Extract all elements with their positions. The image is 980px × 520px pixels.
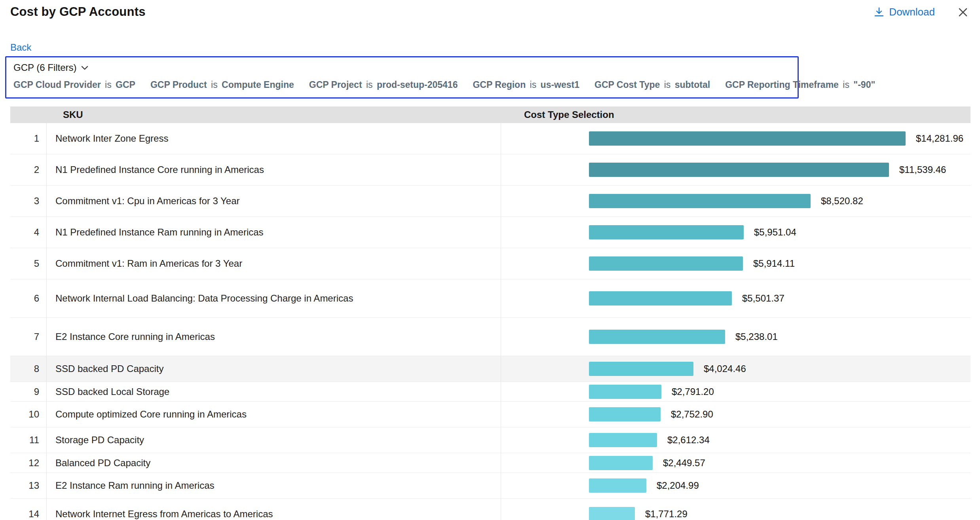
cost-table: SKU Cost Type Selection 1Network Inter Z… (10, 106, 971, 520)
cost-value: $2,752.90 (671, 409, 713, 420)
sku-cell: E2 Instance Ram running in Americas (47, 473, 501, 498)
sku-cell: Network Internet Egress from Americas to… (47, 499, 501, 520)
filter-value: us-west1 (541, 80, 579, 90)
cost-bar[interactable] (589, 131, 906, 146)
page-title: Cost by GCP Accounts (10, 5, 146, 19)
row-number: 9 (10, 382, 47, 401)
cost-bar[interactable] (589, 433, 657, 447)
row-number: 4 (10, 217, 47, 248)
table-row[interactable]: 2N1 Predefined Instance Core running in … (10, 154, 971, 186)
filter-operator: is (526, 80, 540, 90)
back-link[interactable]: Back (10, 42, 31, 53)
filter-field: GCP Cloud Provider (13, 80, 101, 90)
cost-bar-cell: $2,791.20 (501, 385, 971, 399)
cost-bar[interactable] (589, 362, 693, 376)
row-number: 8 (10, 356, 47, 381)
filter-field: GCP Reporting Timeframe (725, 80, 839, 90)
cost-bar-cell: $1,771.29 (501, 507, 971, 520)
sku-cell: SSD backed PD Capacity (47, 356, 501, 381)
cost-value: $5,501.37 (742, 293, 784, 304)
cost-bar[interactable] (589, 385, 661, 399)
row-number: 10 (10, 402, 47, 427)
cost-value: $11,539.46 (899, 164, 946, 175)
filter-chip: GCP Cost Type is subtotal (594, 80, 710, 90)
filter-value: prod-setup-205416 (377, 80, 458, 90)
row-number: 11 (10, 427, 47, 453)
row-number: 14 (10, 499, 47, 520)
sku-cell: Commitment v1: Ram in Americas for 3 Yea… (47, 248, 501, 279)
table-row[interactable]: 10Compute optimized Core running in Amer… (10, 402, 971, 427)
row-number: 7 (10, 318, 47, 356)
cost-value: $2,204.99 (657, 480, 699, 491)
cost-bar[interactable] (589, 330, 725, 344)
filter-dropdown[interactable]: GCP (6 Filters) (13, 62, 89, 73)
download-button[interactable]: Download (874, 6, 935, 18)
sku-cell: Network Inter Zone Egress (47, 123, 501, 154)
filter-operator: is (101, 80, 116, 90)
cost-bar[interactable] (589, 507, 635, 520)
download-icon (874, 7, 884, 17)
cost-value: $8,520.82 (821, 195, 863, 207)
cost-bar[interactable] (589, 194, 811, 208)
table-body: 1Network Inter Zone Egress$14,281.962N1 … (10, 123, 971, 520)
sku-cell: N1 Predefined Instance Ram running in Am… (47, 217, 501, 248)
cost-bar-cell: $2,204.99 (501, 478, 971, 493)
cost-value: $5,238.01 (735, 331, 778, 342)
filter-operator: is (207, 80, 222, 90)
table-row[interactable]: 14Network Internet Egress from Americas … (10, 499, 971, 520)
cost-bar-cell: $11,539.46 (501, 163, 971, 177)
filter-chip: GCP Reporting Timeframe is "-90" (725, 80, 875, 90)
cost-bar[interactable] (589, 407, 661, 421)
row-number: 3 (10, 186, 47, 216)
row-number: 1 (10, 123, 47, 154)
cost-bar[interactable] (589, 163, 889, 177)
row-number: 13 (10, 473, 47, 498)
table-row[interactable]: 8SSD backed PD Capacity$4,024.46 (10, 356, 971, 382)
cost-value: $5,914.11 (753, 258, 795, 269)
filter-operator: is (362, 80, 377, 90)
table-row[interactable]: 7E2 Instance Core running in Americas$5,… (10, 318, 971, 356)
table-row[interactable]: 4N1 Predefined Instance Ram running in A… (10, 217, 971, 248)
row-number: 6 (10, 279, 47, 317)
filter-chip: GCP Cloud Provider is GCP (13, 80, 135, 90)
top-actions: Download (874, 6, 969, 18)
table-row[interactable]: 13E2 Instance Ram running in Americas$2,… (10, 473, 971, 499)
row-number: 5 (10, 248, 47, 279)
table-row[interactable]: 3Commitment v1: Cpu in Americas for 3 Ye… (10, 186, 971, 217)
sku-cell: Balanced PD Capacity (47, 453, 501, 473)
cost-bar[interactable] (589, 478, 646, 493)
cost-value: $4,024.46 (704, 363, 746, 374)
table-header-row: SKU Cost Type Selection (10, 106, 971, 123)
sku-cell: N1 Predefined Instance Core running in A… (47, 154, 501, 185)
table-row[interactable]: 1Network Inter Zone Egress$14,281.96 (10, 123, 971, 154)
cost-bar[interactable] (589, 456, 653, 470)
table-row[interactable]: 12Balanced PD Capacity$2,449.57 (10, 453, 971, 473)
sku-cell: SSD backed Local Storage (47, 382, 501, 401)
cost-bar[interactable] (589, 256, 743, 271)
sku-cell: Network Internal Load Balancing: Data Pr… (47, 279, 501, 317)
cost-bar[interactable] (589, 291, 732, 306)
filter-chip-list: GCP Cloud Provider is GCPGCP Product is … (13, 80, 790, 90)
cost-bar-cell: $8,520.82 (501, 194, 971, 208)
cost-value: $1,771.29 (645, 509, 688, 520)
table-row[interactable]: 6Network Internal Load Balancing: Data P… (10, 279, 971, 318)
filter-operator: is (660, 80, 674, 90)
filter-panel: GCP (6 Filters) GCP Cloud Provider is GC… (5, 56, 799, 99)
cost-bar-cell: $2,612.34 (501, 433, 971, 447)
filter-chip: GCP Product is Compute Engine (150, 80, 294, 90)
filter-chip: GCP Region is us-west1 (473, 80, 579, 90)
table-row[interactable]: 5Commitment v1: Ram in Americas for 3 Ye… (10, 248, 971, 279)
sku-cell: Storage PD Capacity (47, 427, 501, 453)
cost-bar[interactable] (589, 225, 744, 239)
cost-bar-cell: $2,449.57 (501, 456, 971, 470)
cost-bar-cell: $5,501.37 (501, 291, 971, 306)
table-row[interactable]: 9SSD backed Local Storage$2,791.20 (10, 382, 971, 402)
table-row[interactable]: 11Storage PD Capacity$2,612.34 (10, 427, 971, 453)
close-button[interactable] (957, 6, 969, 18)
sku-cell: E2 Instance Core running in Americas (47, 318, 501, 356)
column-header-cost-type-selection: Cost Type Selection (519, 109, 971, 120)
filter-field: GCP Region (473, 80, 526, 90)
filter-dropdown-label: GCP (6 Filters) (13, 62, 77, 73)
cost-value: $14,281.96 (916, 133, 963, 144)
cost-bar-cell: $5,238.01 (501, 330, 971, 344)
